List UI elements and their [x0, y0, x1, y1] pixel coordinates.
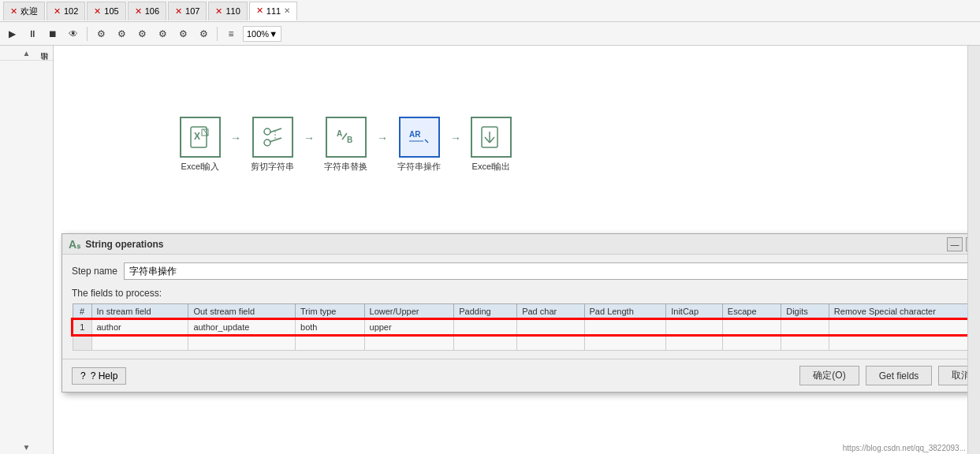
tab-close-111[interactable]: ✕	[284, 6, 290, 15]
row-trim-type: both	[296, 319, 364, 335]
toolbar-btn-c[interactable]: ⚙	[133, 25, 151, 43]
sidebar-scroll-up[interactable]: ▲	[0, 46, 53, 60]
col-escape: Escape	[722, 304, 781, 320]
dialog-title-icon: Aₛ	[69, 238, 80, 251]
dialog-minimize-btn[interactable]: —	[947, 237, 963, 251]
row-in-stream: author	[91, 319, 188, 335]
node-box-excel-in[interactable]: X	[180, 117, 221, 158]
toolbar-btn-f[interactable]: ⚙	[195, 25, 212, 43]
tab-105[interactable]: ✕ 105	[87, 2, 125, 20]
footer-left: ? ? Help	[72, 367, 126, 385]
sidebar-output-label: 输出	[0, 60, 53, 73]
dialog-titlebar: Aₛ String operations — □ ✕	[62, 234, 967, 255]
tab-icon-107: ✕	[175, 6, 182, 17]
node-box-excel-out[interactable]	[471, 117, 512, 158]
sidebar-scroll-down[interactable]: ▼	[0, 440, 53, 454]
step-name-input[interactable]	[124, 262, 967, 280]
row-remove-special	[829, 319, 967, 335]
step-name-label: Step name	[72, 266, 117, 277]
tab-102[interactable]: ✕ 102	[47, 2, 85, 20]
row-padding	[454, 319, 517, 335]
help-button[interactable]: ? ? Help	[72, 367, 126, 385]
toolbar-sep-1	[87, 27, 88, 41]
tab-label-105: 105	[104, 6, 118, 16]
tab-welcome[interactable]: ✕ 欢迎	[3, 2, 45, 20]
cancel-button[interactable]: 取消(C)	[938, 366, 967, 385]
dialog-body: Step name The fields to process: # In st…	[62, 255, 967, 359]
node-label-excel-out: Excel输出	[472, 161, 511, 173]
help-label: ? Help	[91, 370, 118, 381]
table-header: # In stream field Out stream field Trim …	[73, 304, 967, 320]
col-in-stream: In stream field	[91, 304, 188, 320]
flow-node-excel-in[interactable]: X Excel输入	[180, 117, 221, 173]
svg-point-4	[264, 140, 270, 146]
node-box-replace[interactable]: A B	[326, 117, 367, 158]
zoom-dropdown-icon[interactable]: ▼	[269, 29, 278, 39]
confirm-button[interactable]: 确定(O)	[799, 366, 859, 385]
col-out-stream: Out stream field	[188, 304, 296, 320]
table-row[interactable]: 1 author author_update both upper	[73, 319, 967, 335]
tab-110[interactable]: ✕ 110	[208, 2, 247, 20]
svg-line-3	[203, 129, 208, 136]
tab-icon-105: ✕	[94, 6, 101, 17]
toolbar-align-btn[interactable]: ≡	[222, 25, 240, 43]
svg-text:B: B	[347, 136, 352, 144]
toolbar-btn-b[interactable]: ⚙	[113, 25, 130, 43]
toolbar: ▶ ⏸ ⏹ 👁 ⚙ ⚙ ⚙ ⚙ ⚙ ⚙ ≡ 100% ▼	[0, 22, 980, 46]
tab-label-106: 106	[145, 6, 159, 16]
zoom-select[interactable]: 100% ▼	[243, 26, 281, 42]
col-digits: Digits	[781, 304, 829, 320]
help-icon: ?	[80, 370, 86, 381]
node-label-excel-in: Excel输入	[181, 161, 220, 173]
arrow-1: →	[230, 132, 241, 158]
toolbar-stop-btn[interactable]: ⏹	[44, 25, 61, 43]
tab-label-110: 110	[225, 6, 240, 16]
row-escape	[722, 319, 781, 335]
tab-111[interactable]: ✕ 111 ✕	[249, 2, 297, 20]
arrow-2: →	[304, 132, 315, 158]
col-padding: Padding	[454, 304, 517, 320]
row-lower-upper: upper	[364, 319, 454, 335]
flow-node-operations[interactable]: AR 字符串操作	[397, 117, 441, 173]
toolbar-btn-d[interactable]: ⚙	[154, 25, 171, 43]
col-initcap: InitCap	[666, 304, 723, 320]
toolbar-btn-e[interactable]: ⚙	[174, 25, 192, 43]
left-sidebar: ▲ 输出 ▼	[0, 46, 54, 454]
tab-107[interactable]: ✕ 107	[168, 2, 207, 20]
toolbar-preview-btn[interactable]: 👁	[65, 25, 82, 43]
tab-icon-110: ✕	[215, 6, 222, 17]
flow-node-trim[interactable]: 剪切字符串	[251, 117, 294, 173]
flow-diagram: X Excel输入 →	[180, 117, 512, 173]
right-scrollbar[interactable]	[967, 46, 980, 454]
tab-label-welcome: 欢迎	[20, 6, 38, 17]
table-body: 1 author author_update both upper	[73, 319, 967, 351]
toolbar-run-btn[interactable]: ▶	[3, 25, 20, 43]
get-fields-button[interactable]: Get fields	[866, 366, 933, 385]
dialog-footer: ? ? Help 确定(O) Get fields 取消(C)	[62, 359, 967, 392]
svg-line-14	[425, 140, 428, 143]
node-box-trim[interactable]	[252, 117, 293, 158]
toolbar-sep-2	[217, 27, 218, 41]
node-label-trim: 剪切字符串	[251, 161, 294, 173]
tab-label-107: 107	[185, 6, 199, 16]
flow-node-excel-out[interactable]: Excel输出	[471, 117, 512, 173]
node-box-operations[interactable]: AR	[399, 117, 440, 158]
row-out-stream: author_update	[188, 319, 296, 335]
row-digits	[781, 319, 829, 335]
toolbar-btn-a[interactable]: ⚙	[92, 25, 110, 43]
flow-node-replace[interactable]: A B 字符串替换	[324, 117, 367, 173]
col-lower-upper: Lower/Upper	[364, 304, 454, 320]
dialog-title-text: String operations	[85, 239, 163, 250]
step-name-row: Step name	[72, 262, 967, 280]
row-num: 1	[73, 319, 91, 335]
tab-icon-106: ✕	[135, 6, 142, 17]
dialog-maximize-btn[interactable]: □	[966, 237, 967, 251]
svg-text:A: A	[337, 129, 342, 138]
tab-icon-102: ✕	[54, 6, 61, 17]
svg-line-18	[490, 137, 494, 143]
arrow-3: →	[377, 132, 388, 158]
node-label-replace: 字符串替换	[324, 161, 367, 173]
toolbar-pause-btn[interactable]: ⏸	[24, 25, 41, 43]
tab-106[interactable]: ✕ 106	[128, 2, 166, 20]
col-trim-type: Trim type	[296, 304, 364, 320]
